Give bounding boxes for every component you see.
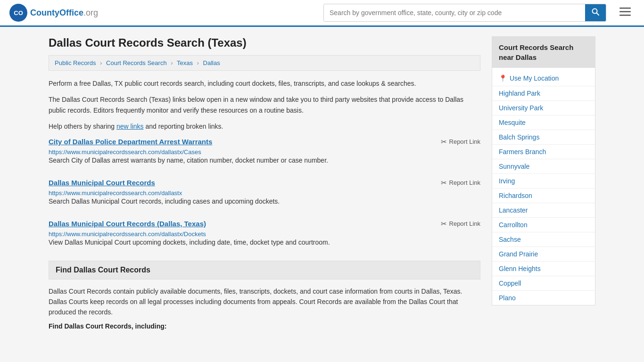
sidebar-link-irving[interactable]: Irving bbox=[492, 173, 595, 188]
sidebar-link-lancaster[interactable]: Lancaster bbox=[492, 203, 595, 217]
new-links-link[interactable]: new links bbox=[116, 123, 144, 130]
use-my-location-link[interactable]: 📍 Use My Location bbox=[492, 71, 595, 86]
resource-desc: Search City of Dallas arrest warrants by… bbox=[49, 156, 480, 165]
find-section: Find Dallas Court Records Dallas Court R… bbox=[49, 261, 480, 330]
main-layout: Dallas Court Records Search (Texas) Publ… bbox=[39, 27, 605, 339]
sidebar-link-sunnyvale[interactable]: Sunnyvale bbox=[492, 159, 595, 173]
wrench-icon: ✂ bbox=[441, 220, 447, 228]
breadcrumb-link-dallas[interactable]: Dallas bbox=[203, 59, 220, 66]
page-title: Dallas Court Records Search (Texas) bbox=[49, 36, 480, 49]
search-input[interactable] bbox=[324, 4, 585, 21]
breadcrumb-link-texas[interactable]: Texas bbox=[177, 59, 193, 66]
report-link-label: Report Link bbox=[449, 179, 480, 186]
resource-url[interactable]: https://www.municipalrecordssearch.com/d… bbox=[49, 148, 201, 156]
report-link-button[interactable]: ✂ Report Link bbox=[441, 179, 480, 187]
breadcrumb-sep-3: › bbox=[197, 59, 199, 66]
svg-rect-4 bbox=[619, 8, 631, 9]
resource-title-row: Dallas Municipal Court Records (Dallas, … bbox=[49, 220, 480, 228]
sidebar-link-sachse[interactable]: Sachse bbox=[492, 232, 595, 247]
intro-text-3-pre: Help others by sharing bbox=[49, 123, 116, 130]
sidebar-link-mesquite[interactable]: Mesquite bbox=[492, 115, 595, 130]
sidebar-link-balch-springs[interactable]: Balch Springs bbox=[492, 130, 595, 144]
breadcrumb-sep-1: › bbox=[100, 59, 102, 66]
resource-url[interactable]: https://www.municipalrecordssearch.com/d… bbox=[49, 230, 206, 238]
find-section-header: Find Dallas Court Records bbox=[49, 261, 480, 280]
breadcrumb-link-public-records[interactable]: Public Records bbox=[55, 59, 96, 66]
sidebar-link-farmers-branch[interactable]: Farmers Branch bbox=[492, 144, 595, 159]
resources-list: City of Dallas Police Department Arrest … bbox=[49, 138, 480, 247]
search-button[interactable] bbox=[585, 4, 606, 21]
intro-text-3: Help others by sharing new links and rep… bbox=[49, 121, 480, 132]
breadcrumb-link-court-records[interactable]: Court Records Search bbox=[106, 59, 167, 66]
report-link-button[interactable]: ✂ Report Link bbox=[441, 138, 480, 146]
find-section-subheader: Find Dallas Court Records, including: bbox=[49, 322, 480, 330]
breadcrumb-sep-2: › bbox=[171, 59, 173, 66]
svg-rect-5 bbox=[619, 11, 631, 13]
wrench-icon: ✂ bbox=[441, 179, 447, 187]
sidebar-link-grand-prairie[interactable]: Grand Prairie bbox=[492, 247, 595, 261]
logo-text: CountyOffice.org bbox=[30, 8, 98, 18]
resource-desc: View Dallas Municipal Court upcoming doc… bbox=[49, 238, 480, 247]
resource-desc: Search Dallas Municipal Court records, i… bbox=[49, 197, 480, 206]
svg-text:CO: CO bbox=[14, 9, 23, 16]
sidebar-box: Court Records Search near Dallas 📍 Use M… bbox=[492, 36, 595, 305]
location-icon: 📍 bbox=[499, 74, 507, 82]
sidebar-link-university-park[interactable]: University Park bbox=[492, 100, 595, 115]
menu-button[interactable] bbox=[616, 5, 635, 21]
resource-title-link[interactable]: Dallas Municipal Court Records (Dallas, … bbox=[49, 220, 206, 228]
resource-url[interactable]: https://www.municipalrecordssearch.com/d… bbox=[49, 189, 182, 197]
resource-title-link[interactable]: Dallas Municipal Court Records bbox=[49, 179, 155, 187]
content-area: Dallas Court Records Search (Texas) Publ… bbox=[49, 36, 480, 330]
wrench-icon: ✂ bbox=[441, 138, 447, 146]
resource-title-link[interactable]: City of Dallas Police Department Arrest … bbox=[49, 138, 212, 146]
resource-entry: Dallas Municipal Court Records ✂ Report … bbox=[49, 179, 480, 206]
sidebar-link-richardson[interactable]: Richardson bbox=[492, 188, 595, 203]
resource-title-row: City of Dallas Police Department Arrest … bbox=[49, 138, 480, 146]
svg-rect-6 bbox=[619, 15, 631, 16]
resource-title-row: Dallas Municipal Court Records ✂ Report … bbox=[49, 179, 480, 187]
search-bar bbox=[323, 4, 606, 22]
sidebar: Court Records Search near Dallas 📍 Use M… bbox=[492, 36, 595, 330]
intro-text-3-post: and reporting broken links. bbox=[144, 123, 223, 130]
sidebar-link-carrollton[interactable]: Carrollton bbox=[492, 217, 595, 232]
site-header: CO CountyOffice.org bbox=[0, 0, 644, 27]
report-link-button[interactable]: ✂ Report Link bbox=[441, 220, 480, 228]
svg-line-3 bbox=[597, 13, 599, 16]
sidebar-link-coppell[interactable]: Coppell bbox=[492, 276, 595, 290]
breadcrumb: Public Records › Court Records Search › … bbox=[49, 55, 480, 71]
resource-entry: City of Dallas Police Department Arrest … bbox=[49, 138, 480, 165]
report-link-label: Report Link bbox=[449, 220, 480, 227]
site-logo[interactable]: CO CountyOffice.org bbox=[9, 4, 98, 22]
intro-text-1: Perform a free Dallas, TX public court r… bbox=[49, 78, 480, 89]
sidebar-link-highland-park[interactable]: Highland Park bbox=[492, 86, 595, 100]
sidebar-link-glenn-heights[interactable]: Glenn Heights bbox=[492, 261, 595, 276]
report-link-label: Report Link bbox=[449, 138, 480, 145]
find-section-text: Dallas Court Records contain publicly av… bbox=[49, 286, 480, 318]
sidebar-title: Court Records Search near Dallas bbox=[492, 37, 595, 68]
resource-entry: Dallas Municipal Court Records (Dallas, … bbox=[49, 220, 480, 247]
sidebar-link-plano[interactable]: Plano bbox=[492, 290, 595, 305]
use-location-label: Use My Location bbox=[510, 74, 559, 82]
logo-icon: CO bbox=[9, 4, 27, 22]
intro-text-2: The Dallas Court Records Search (Texas) … bbox=[49, 94, 480, 115]
